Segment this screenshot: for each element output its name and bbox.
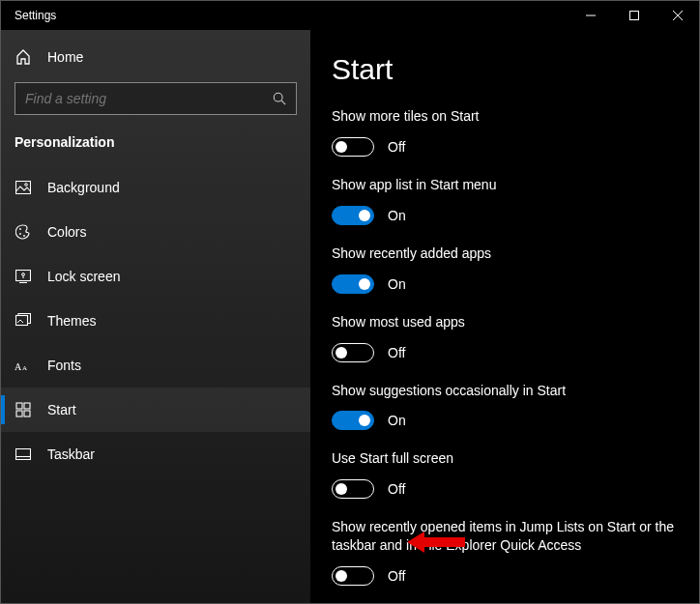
toggle-state-label: Off <box>388 568 405 584</box>
nav-list: Background Colors Lock screen <box>1 165 310 476</box>
category-header: Personalization <box>1 115 310 158</box>
svg-rect-21 <box>24 411 30 417</box>
toggle-row: On <box>332 411 678 430</box>
sidebar-item-fonts[interactable]: AA Fonts <box>1 343 310 388</box>
home-icon <box>15 49 32 65</box>
picture-icon <box>15 181 32 194</box>
sidebar: Home Personalization Background <box>1 30 310 603</box>
sidebar-item-label: Themes <box>47 313 97 329</box>
svg-rect-20 <box>16 411 22 417</box>
window-controls <box>569 1 699 30</box>
minimize-button[interactable] <box>569 1 612 30</box>
maximize-button[interactable] <box>612 1 656 30</box>
svg-line-5 <box>281 101 285 104</box>
close-button[interactable] <box>656 1 699 30</box>
toggle-switch[interactable] <box>332 411 374 430</box>
themes-icon <box>15 313 32 329</box>
toggle-state-label: Off <box>388 345 405 360</box>
toggle-state-label: Off <box>388 481 405 497</box>
toggle-state-label: On <box>388 208 406 223</box>
toggle-switch[interactable] <box>332 137 374 157</box>
setting-item: Show more tiles on StartOff <box>332 107 678 157</box>
toggle-knob <box>359 415 370 426</box>
setting-item: Use Start full screenOff <box>332 449 678 499</box>
setting-label: Use Start full screen <box>332 449 678 468</box>
sidebar-item-taskbar[interactable]: Taskbar <box>1 432 310 476</box>
lock-screen-icon <box>15 270 32 283</box>
home-nav[interactable]: Home <box>1 38 310 76</box>
svg-text:A: A <box>15 361 22 372</box>
search-container <box>1 82 310 115</box>
settings-window: Settings Home <box>0 0 700 604</box>
start-icon <box>15 402 32 417</box>
sidebar-item-lock-screen[interactable]: Lock screen <box>1 254 310 299</box>
toggle-knob <box>335 347 347 359</box>
titlebar: Settings <box>1 1 699 30</box>
toggle-row: Off <box>332 343 678 362</box>
sidebar-item-label: Lock screen <box>47 269 120 284</box>
svg-point-4 <box>274 93 282 101</box>
svg-rect-1 <box>629 12 638 20</box>
content-pane: Start Show more tiles on StartOffShow ap… <box>310 30 699 603</box>
toggle-state-label: Off <box>388 139 405 155</box>
setting-label: Show suggestions occasionally in Start <box>332 382 678 400</box>
setting-item: Show recently opened items in Jump Lists… <box>332 518 678 586</box>
sidebar-item-colors[interactable]: Colors <box>1 210 310 254</box>
palette-icon <box>15 224 32 240</box>
home-label: Home <box>47 49 83 65</box>
toggle-state-label: On <box>388 276 406 292</box>
setting-label: Show more tiles on Start <box>332 107 678 126</box>
toggle-knob <box>335 483 347 495</box>
svg-point-8 <box>19 228 21 230</box>
sidebar-item-start[interactable]: Start <box>1 388 310 432</box>
page-title: Start <box>332 53 678 86</box>
setting-item: Show recently added appsOn <box>332 244 678 294</box>
svg-point-13 <box>22 273 25 276</box>
toggle-row: Off <box>332 566 678 586</box>
toggle-row: On <box>332 206 678 225</box>
sidebar-item-background[interactable]: Background <box>1 165 310 210</box>
svg-point-10 <box>23 235 25 237</box>
sidebar-item-themes[interactable]: Themes <box>1 299 310 343</box>
toggle-row: Off <box>332 137 678 157</box>
svg-rect-22 <box>16 449 31 460</box>
svg-rect-19 <box>24 403 30 409</box>
toggle-row: On <box>332 274 678 294</box>
toggle-knob <box>335 570 347 582</box>
toggle-switch[interactable] <box>332 566 374 586</box>
svg-point-9 <box>19 233 21 235</box>
svg-text:A: A <box>22 364 27 372</box>
settings-list: Show more tiles on StartOffShow app list… <box>332 107 678 586</box>
svg-rect-18 <box>16 403 22 409</box>
body: Home Personalization Background <box>1 30 699 603</box>
toggle-switch[interactable] <box>332 274 374 294</box>
setting-item: Show suggestions occasionally in StartOn <box>332 382 678 431</box>
toggle-switch[interactable] <box>332 206 374 225</box>
setting-label: Show most used apps <box>332 313 678 331</box>
search-icon <box>273 92 286 105</box>
search-box[interactable] <box>15 82 297 115</box>
search-input[interactable] <box>25 91 260 106</box>
toggle-switch[interactable] <box>332 343 374 362</box>
setting-item: Show app list in Start menuOn <box>332 176 678 225</box>
setting-label: Show recently added apps <box>332 244 678 263</box>
setting-item: Show most used appsOff <box>332 313 678 362</box>
toggle-state-label: On <box>388 413 406 428</box>
fonts-icon: AA <box>15 359 32 372</box>
sidebar-item-label: Start <box>47 402 76 417</box>
toggle-knob <box>359 278 370 290</box>
svg-rect-15 <box>16 316 28 326</box>
sidebar-item-label: Colors <box>47 224 86 240</box>
toggle-switch[interactable] <box>332 479 374 499</box>
sidebar-item-label: Background <box>47 180 120 195</box>
toggle-knob <box>335 141 347 153</box>
svg-point-7 <box>25 184 28 187</box>
sidebar-item-label: Taskbar <box>47 446 95 462</box>
setting-label: Show app list in Start menu <box>332 176 678 194</box>
taskbar-icon <box>15 448 32 460</box>
svg-rect-6 <box>16 182 31 194</box>
setting-label: Show recently opened items in Jump Lists… <box>332 518 678 555</box>
toggle-row: Off <box>332 479 678 499</box>
toggle-knob <box>359 210 370 221</box>
window-title: Settings <box>1 9 56 22</box>
